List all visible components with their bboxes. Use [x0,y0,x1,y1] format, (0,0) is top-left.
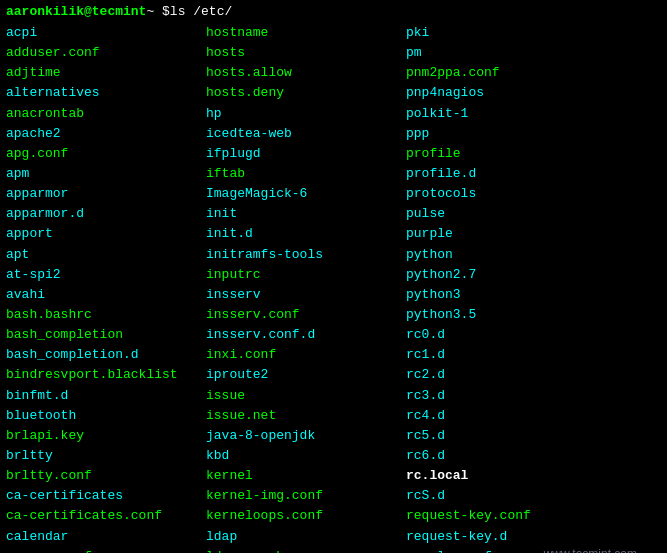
list-item: apg.conf [6,144,196,164]
list-item: kernel [206,466,396,486]
list-item: pnp4nagios [406,83,596,103]
list-item: ca-certificates [6,486,196,506]
list-item: casper.conf [6,547,196,553]
list-item: acpi [6,23,196,43]
column-0: acpiadduser.confadjtimealternativesanacr… [6,23,206,553]
file-list: acpiadduser.confadjtimealternativesanacr… [6,23,661,553]
list-item: adjtime [6,63,196,83]
list-item: bash_completion.d [6,345,196,365]
list-item: inxi.conf [206,345,396,365]
list-item: protocols [406,184,596,204]
list-item: adduser.conf [6,43,196,63]
list-item: init [206,204,396,224]
list-item: inputrc [206,265,396,285]
list-item: brlapi.key [6,426,196,446]
list-item: insserv.conf.d [206,325,396,345]
list-item: python2.7 [406,265,596,285]
list-item: hosts [206,43,396,63]
list-item: purple [406,224,596,244]
list-item: kernel-img.conf [206,486,396,506]
list-item: binfmt.d [6,386,196,406]
list-item: hp [206,104,396,124]
list-item: brltty [6,446,196,466]
list-item: issue [206,386,396,406]
list-item: profile.d [406,164,596,184]
list-item: resolv.conf [406,547,596,553]
list-item: hosts.allow [206,63,396,83]
list-item: ld.so.cache [206,547,396,553]
list-item: apm [6,164,196,184]
list-item: polkit-1 [406,104,596,124]
list-item: apparmor [6,184,196,204]
list-item: init.d [206,224,396,244]
list-item: bluetooth [6,406,196,426]
list-item: bindresvport.blacklist [6,365,196,385]
list-item: initramfs-tools [206,245,396,265]
column-2: pkipmpnm2ppa.confpnp4nagiospolkit-1ppppr… [406,23,606,553]
list-item: anacrontab [6,104,196,124]
list-item: request-key.conf [406,506,596,526]
user-host: aaronkilik@tecmint [6,4,146,19]
list-item: rc0.d [406,325,596,345]
column-1: hostnamehostshosts.allowhosts.denyhpiced… [206,23,406,553]
list-item: rcS.d [406,486,596,506]
list-item: profile [406,144,596,164]
list-item: insserv [206,285,396,305]
list-item: rc.local [406,466,596,486]
list-item: at-spi2 [6,265,196,285]
list-item: rc3.d [406,386,596,406]
list-item: hosts.deny [206,83,396,103]
list-item: python3 [406,285,596,305]
list-item: issue.net [206,406,396,426]
list-item: iproute2 [206,365,396,385]
list-item: rc2.d [406,365,596,385]
list-item: apt [6,245,196,265]
list-item: ppp [406,124,596,144]
list-item: pulse [406,204,596,224]
prompt-line: aaronkilik@tecmint ~ $ ls /etc/ [6,4,661,19]
list-item: pnm2ppa.conf [406,63,596,83]
command-text: ls /etc/ [170,4,232,19]
list-item: pm [406,43,596,63]
list-item: ca-certificates.conf [6,506,196,526]
list-item: apport [6,224,196,244]
list-item: rc5.d [406,426,596,446]
list-item: request-key.d [406,527,596,547]
list-item: rc4.d [406,406,596,426]
list-item: apache2 [6,124,196,144]
list-item: avahi [6,285,196,305]
list-item: ifplugd [206,144,396,164]
list-item: kbd [206,446,396,466]
list-item: iftab [206,164,396,184]
list-item: ImageMagick-6 [206,184,396,204]
list-item: calendar [6,527,196,547]
terminal: aaronkilik@tecmint ~ $ ls /etc/ acpiaddu… [0,0,667,553]
list-item: icedtea-web [206,124,396,144]
list-item: python [406,245,596,265]
prompt-separator: ~ $ [146,4,169,19]
list-item: pki [406,23,596,43]
list-item: hostname [206,23,396,43]
list-item: java-8-openjdk [206,426,396,446]
list-item: ldap [206,527,396,547]
list-item: bash.bashrc [6,305,196,325]
list-item: bash_completion [6,325,196,345]
list-item: python3.5 [406,305,596,325]
list-item: alternatives [6,83,196,103]
list-item: rc6.d [406,446,596,466]
list-item: rc1.d [406,345,596,365]
list-item: apparmor.d [6,204,196,224]
list-item: brltty.conf [6,466,196,486]
list-item: insserv.conf [206,305,396,325]
list-item: kerneloops.conf [206,506,396,526]
